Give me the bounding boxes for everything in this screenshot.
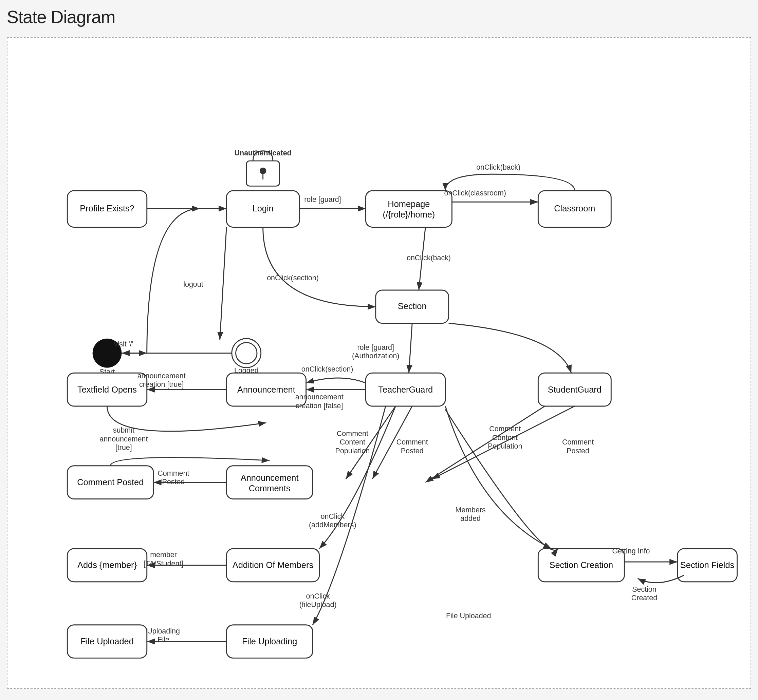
svg-text:Uploading: Uploading (147, 627, 180, 635)
section-fields-label: Section Fields (680, 560, 734, 570)
file-uploaded-label: File Uploaded (80, 636, 134, 646)
svg-text:Comment: Comment (337, 430, 368, 438)
unauthenticated-label: Unauthenticated (235, 149, 291, 157)
logged-out-inner (236, 342, 257, 364)
svg-text:role [guard]: role [guard] (304, 195, 341, 203)
homepage-label2: (/{role}/home) (383, 210, 435, 219)
svg-point-3 (260, 168, 266, 174)
profile-exists-label: Profile Exists? (80, 203, 135, 213)
svg-text:File Uploaded: File Uploaded (446, 612, 491, 620)
svg-text:logout: logout (183, 280, 203, 288)
svg-text:Comment: Comment (489, 425, 521, 433)
homepage-node (366, 191, 452, 227)
svg-text:creation [false]: creation [false] (296, 402, 343, 410)
section-label: Section (398, 301, 427, 311)
svg-text:onClick: onClick (321, 512, 345, 520)
svg-text:(fileUpload): (fileUpload) (299, 601, 337, 609)
svg-text:announcement: announcement (138, 372, 186, 380)
svg-text:creation [true]: creation [true] (139, 380, 184, 389)
homepage-label: Homepage (388, 199, 430, 209)
addition-of-members-label: Addition Of Members (233, 560, 313, 570)
svg-text:Members: Members (455, 506, 485, 514)
svg-text:Comment: Comment (396, 438, 428, 446)
student-guard-label: StudentGuard (548, 385, 601, 394)
textfield-opens-label: Textfield Opens (77, 385, 137, 394)
diagram-container: Profile Exists? Login Unauthenticated Ho… (7, 38, 751, 689)
svg-text:added: added (460, 514, 481, 523)
svg-text:Population: Population (335, 447, 370, 455)
svg-text:announcement: announcement (295, 393, 343, 401)
announcement-comments-label2: Comments (249, 483, 291, 493)
svg-text:submit: submit (113, 426, 135, 434)
svg-text:Created: Created (631, 594, 657, 602)
svg-text:onClick(back): onClick(back) (476, 163, 520, 171)
svg-text:Section: Section (632, 585, 656, 594)
svg-text:announcement: announcement (99, 435, 148, 443)
svg-text:onClick(back): onClick(back) (407, 254, 451, 262)
svg-text:onClick: onClick (306, 592, 330, 600)
svg-text:(addMembers): (addMembers) (309, 521, 356, 529)
svg-text:Getting Info: Getting Info (612, 547, 650, 555)
svg-text:onClick(section): onClick(section) (301, 365, 353, 373)
svg-text:File: File (158, 636, 169, 644)
announcement-label: Announcement (237, 385, 295, 394)
svg-text:(Authorization): (Authorization) (352, 352, 399, 360)
svg-line-19 (409, 323, 412, 373)
svg-text:Comment: Comment (562, 438, 594, 446)
svg-text:role [guard]: role [guard] (357, 344, 394, 352)
svg-text:Posted: Posted (401, 447, 424, 455)
svg-text:[true]: [true] (116, 444, 132, 452)
announcement-comments-label: Announcement (241, 473, 299, 483)
adds-member-label: Adds {member} (77, 560, 137, 570)
svg-text:visit '/': visit '/' (114, 340, 133, 348)
file-uploading-label: File Uploading (242, 636, 297, 646)
login-label: Login (252, 203, 274, 213)
classroom-label: Classroom (554, 203, 595, 213)
svg-text:onClick(classroom): onClick(classroom) (444, 189, 506, 197)
svg-line-39 (425, 406, 545, 483)
svg-text:Comment: Comment (158, 469, 189, 477)
svg-text:Content: Content (340, 438, 365, 446)
svg-line-43 (432, 406, 575, 479)
section-creation-label: Section Creation (550, 560, 613, 570)
teacher-guard-label: TeacherGuard (378, 385, 433, 394)
svg-text:onClick(section): onClick(section) (267, 274, 319, 282)
svg-line-16 (220, 227, 227, 340)
svg-text:[TA/Student]: [TA/Student] (144, 559, 184, 568)
svg-text:member: member (150, 551, 177, 559)
svg-text:Posted: Posted (567, 447, 589, 455)
svg-text:Population: Population (488, 442, 522, 450)
comment-posted-label: Comment Posted (77, 477, 144, 487)
page-title: State Diagram (7, 7, 751, 27)
svg-text:Posted: Posted (162, 478, 185, 486)
